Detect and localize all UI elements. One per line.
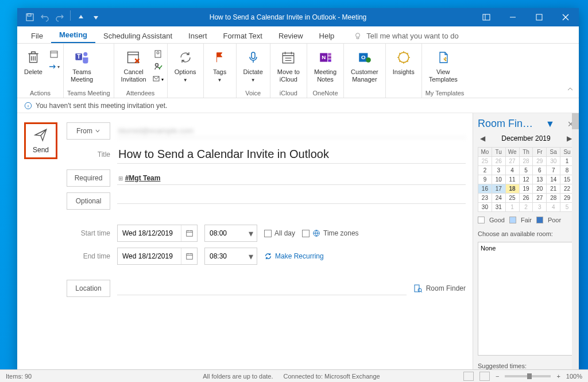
end-time-picker[interactable]: ▾ [204, 248, 257, 265]
cal-day[interactable]: 30 [547, 157, 560, 166]
prev-month-icon[interactable]: ◀ [480, 134, 485, 142]
end-time-input[interactable] [205, 249, 245, 263]
cal-day[interactable]: 14 [547, 175, 560, 184]
start-time-picker[interactable]: ▾ [204, 225, 257, 242]
cal-day[interactable]: 27 [506, 157, 520, 166]
cal-day[interactable]: 9 [478, 175, 492, 184]
cal-day[interactable]: 2 [520, 203, 533, 212]
move-to-icloud-button[interactable]: Move to iCloud [274, 46, 303, 86]
calendar-small-icon[interactable] [48, 48, 60, 60]
cal-day[interactable]: 16 [478, 184, 492, 194]
tab-file[interactable]: File [23, 28, 51, 43]
cal-day[interactable]: 28 [520, 157, 533, 166]
required-field[interactable]: ⊞ #Mgt Team [117, 171, 466, 185]
forward-small-icon[interactable]: ▾ [48, 61, 60, 72]
chevron-down-icon[interactable]: ▾ [245, 225, 257, 241]
cal-day[interactable]: 1 [506, 203, 520, 212]
undo-icon[interactable] [38, 10, 52, 24]
tab-meeting[interactable]: Meeting [51, 27, 95, 43]
location-button[interactable]: Location [67, 280, 110, 297]
cal-day[interactable]: 13 [533, 175, 547, 184]
cal-day[interactable]: 27 [533, 194, 547, 203]
send-button[interactable]: Send [24, 122, 57, 159]
cal-day[interactable]: 17 [492, 184, 506, 194]
maximize-button[interactable] [526, 8, 552, 26]
tab-scheduling-assistant[interactable]: Scheduling Assistant [95, 28, 180, 43]
tell-me-search[interactable]: Tell me what you want to do [354, 32, 458, 43]
start-time-input[interactable] [205, 226, 245, 240]
cal-day[interactable]: 19 [520, 184, 533, 194]
scrollbar-thumb[interactable] [572, 113, 579, 129]
time-zones-checkbox[interactable]: Time zones [302, 229, 359, 237]
location-input[interactable] [117, 281, 407, 295]
end-date-picker[interactable] [117, 248, 198, 265]
minimize-button[interactable] [500, 8, 526, 26]
tags-button[interactable]: Tags▼ [207, 46, 233, 86]
available-rooms-list[interactable]: None [478, 242, 574, 356]
check-names-icon[interactable] [152, 61, 164, 72]
cal-day[interactable]: 6 [533, 166, 547, 175]
calendar-icon[interactable] [181, 248, 197, 264]
chevron-down-icon[interactable]: ▾ [245, 248, 257, 264]
cal-day[interactable]: 5 [520, 166, 533, 175]
insights-button[interactable]: Insights [389, 46, 418, 78]
cal-day[interactable]: 11 [506, 175, 520, 184]
cal-day[interactable]: 12 [520, 175, 533, 184]
view-templates-button[interactable]: View Templates [425, 46, 461, 86]
from-button[interactable]: From [67, 122, 110, 140]
down-icon[interactable] [89, 10, 103, 24]
cal-day[interactable]: 26 [492, 157, 506, 166]
cal-day[interactable]: 4 [506, 166, 520, 175]
cal-day[interactable]: 25 [478, 157, 492, 166]
cal-day[interactable]: 10 [492, 175, 506, 184]
cal-day[interactable]: 3 [533, 203, 547, 212]
end-date-input[interactable] [118, 249, 181, 263]
view-reading-icon[interactable] [479, 372, 490, 381]
cal-day[interactable]: 24 [492, 194, 506, 203]
make-recurring-link[interactable]: Make Recurring [264, 252, 324, 260]
tab-review[interactable]: Review [270, 28, 311, 43]
close-button[interactable] [552, 8, 579, 26]
save-icon[interactable] [23, 10, 37, 24]
start-date-picker[interactable] [117, 225, 198, 242]
up-icon[interactable] [74, 10, 88, 24]
cal-day[interactable]: 30 [478, 203, 492, 212]
cal-day[interactable]: 18 [506, 184, 520, 194]
tab-insert[interactable]: Insert [180, 28, 215, 43]
customer-manager-button[interactable]: O Customer Manager [347, 46, 382, 86]
options-button[interactable]: Options▼ [171, 46, 200, 86]
cal-day[interactable]: 26 [520, 194, 533, 203]
cal-day[interactable]: 23 [478, 194, 492, 203]
cal-day[interactable]: 4 [547, 203, 560, 212]
redo-icon[interactable] [53, 10, 67, 24]
room-finder-button[interactable]: Room Finder [413, 284, 466, 293]
cal-day[interactable]: 21 [547, 184, 560, 194]
tab-format-text[interactable]: Format Text [215, 28, 270, 43]
collapse-ribbon-icon[interactable] [566, 85, 574, 95]
cal-day[interactable]: 3 [492, 166, 506, 175]
cal-day[interactable]: 7 [547, 166, 560, 175]
tab-help[interactable]: Help [311, 28, 343, 43]
start-date-input[interactable] [118, 226, 181, 240]
meeting-notes-button[interactable]: N Meeting Notes [311, 46, 340, 86]
cancel-invitation-button[interactable]: Cancel Invitation [118, 46, 150, 86]
cal-day[interactable]: 25 [506, 194, 520, 203]
view-normal-icon[interactable] [463, 372, 474, 381]
cal-day[interactable]: 28 [547, 194, 560, 203]
cal-day[interactable]: 29 [533, 157, 547, 166]
all-day-checkbox[interactable]: All day [264, 229, 295, 237]
title-input[interactable] [117, 145, 466, 164]
zoom-slider[interactable] [505, 375, 551, 377]
teams-meeting-button[interactable]: T Teams Meeting [67, 46, 96, 86]
calendar-icon[interactable] [181, 225, 197, 241]
response-options-icon[interactable]: ▾ [152, 74, 164, 85]
next-month-icon[interactable]: ▶ [567, 134, 572, 142]
delete-button[interactable]: Delete [21, 46, 46, 78]
optional-button[interactable]: Optional [67, 192, 110, 210]
room-pane-dropdown-icon[interactable]: ▼ [546, 119, 555, 129]
required-button[interactable]: Required [67, 169, 110, 187]
optional-field[interactable] [117, 199, 466, 204]
ribbon-display-icon[interactable] [473, 8, 500, 26]
cal-day[interactable]: 31 [492, 203, 506, 212]
address-book-icon[interactable] [152, 48, 164, 60]
